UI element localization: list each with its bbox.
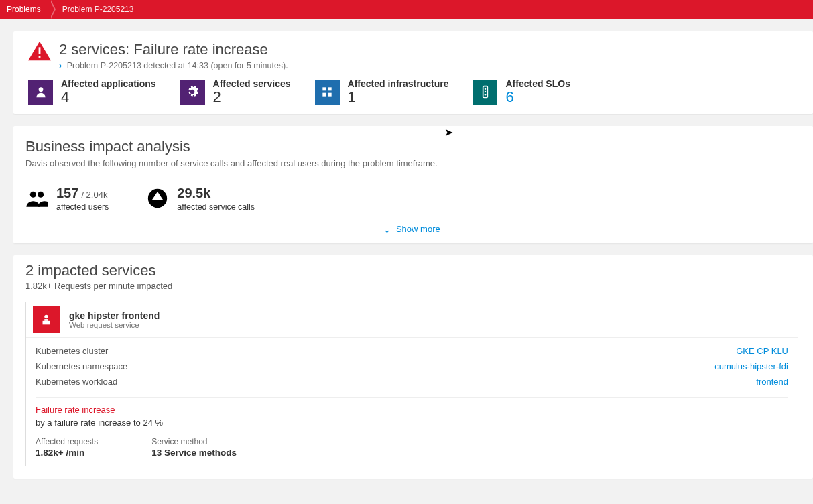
service-method-metric: Service method 13 Service methods xyxy=(151,437,237,458)
affected-applications[interactable]: Affected applications 4 xyxy=(28,78,156,105)
affected-services[interactable]: Affected services 2 xyxy=(180,78,291,105)
slo-icon xyxy=(473,80,497,105)
affected-users-stat: 157 / 2.04k affected users xyxy=(25,186,109,212)
affected-requests-metric: Affected requests 1.82k+ /min xyxy=(36,437,98,458)
event-title: Failure rate increase xyxy=(36,405,788,415)
problem-title: 2 services: Failure rate increase xyxy=(59,41,288,58)
users-icon xyxy=(25,187,48,210)
svg-point-11 xyxy=(30,192,36,198)
breadcrumb: Problems Problem P-2205213 xyxy=(0,0,813,19)
svg-point-2 xyxy=(38,88,43,92)
svg-rect-4 xyxy=(328,88,332,91)
chevron-down-icon: ⌄ xyxy=(383,225,391,235)
svg-point-13 xyxy=(44,314,48,318)
k8s-workload-link[interactable]: frontend xyxy=(756,377,788,387)
affected-calls-stat: 29.5k affected service calls xyxy=(146,186,255,212)
infrastructure-icon xyxy=(315,80,340,105)
problem-subtitle: › Problem P-2205213 detected at 14:33 (o… xyxy=(59,61,288,70)
svg-rect-6 xyxy=(328,93,332,97)
svg-point-10 xyxy=(485,94,487,96)
chevron-right-icon: › xyxy=(59,61,62,70)
svg-rect-3 xyxy=(322,88,326,91)
k8s-namespace-link[interactable]: cumulus-hipster-fdi xyxy=(714,361,788,371)
service-type: Web request service xyxy=(69,321,160,329)
service-icon xyxy=(33,306,60,333)
kv-row: Kubernetes cluster GKE CP KLU xyxy=(36,343,788,359)
impacted-subtitle: 1.82k+ Requests per minute impacted xyxy=(25,281,798,291)
svg-point-9 xyxy=(485,91,487,93)
svg-rect-5 xyxy=(322,93,326,97)
kv-row: Kubernetes namespace cumulus-hipster-fdi xyxy=(36,359,788,374)
service-card[interactable]: gke hipster frontend Web request service… xyxy=(25,302,798,466)
impacted-services-card: 2 impacted services 1.82k+ Requests per … xyxy=(13,255,813,479)
impacted-title: 2 impacted services xyxy=(25,262,798,279)
affected-row: Affected applications 4 Affected service… xyxy=(28,78,798,105)
affected-infrastructure[interactable]: Affected infrastructure 1 xyxy=(315,78,449,105)
service-header[interactable]: gke hipster frontend Web request service xyxy=(26,302,798,338)
bia-title: Business impact analysis xyxy=(25,138,798,155)
alert-triangle-icon xyxy=(28,41,51,61)
business-impact-card: Business impact analysis Davis observed … xyxy=(13,126,813,243)
applications-icon xyxy=(28,80,53,105)
svg-point-8 xyxy=(485,88,487,90)
svg-rect-0 xyxy=(39,47,41,54)
affected-slos[interactable]: Affected SLOs 6 xyxy=(473,78,570,105)
svg-rect-1 xyxy=(39,56,41,58)
event-description: by a failure rate increase to 24 % xyxy=(36,418,788,428)
breadcrumb-problems[interactable]: Problems xyxy=(0,0,50,19)
kv-row: Kubernetes workload frontend xyxy=(36,374,788,389)
svg-point-12 xyxy=(38,192,44,198)
service-name: gke hipster frontend xyxy=(69,310,160,321)
calls-icon xyxy=(146,187,169,210)
breadcrumb-current[interactable]: Problem P-2205213 xyxy=(50,0,143,19)
show-more-button[interactable]: ⌄ Show more xyxy=(25,224,798,234)
k8s-cluster-link[interactable]: GKE CP KLU xyxy=(736,346,788,356)
problem-summary-card: 2 services: Failure rate increase › Prob… xyxy=(13,32,813,114)
bia-subtitle: Davis observed the following number of s… xyxy=(25,158,798,168)
services-icon xyxy=(180,80,205,105)
